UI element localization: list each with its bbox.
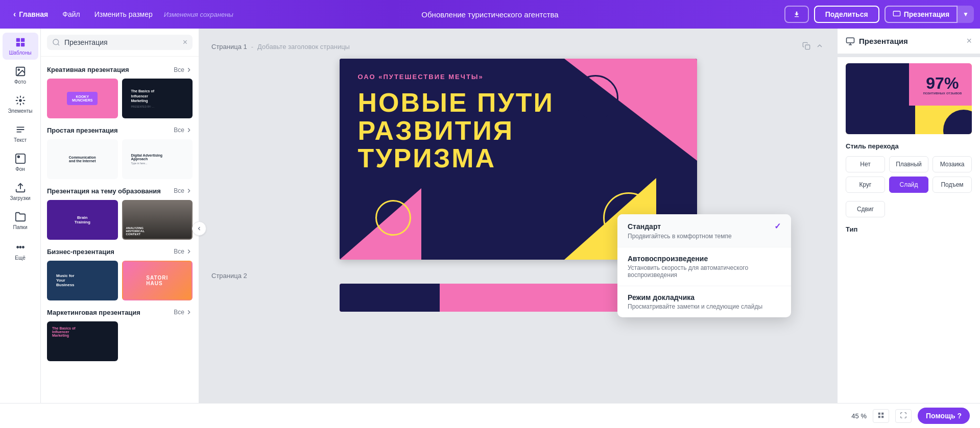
page1-label: Страница 1 <box>211 43 247 51</box>
template-card-music[interactable]: Music forYourBusiness <box>47 261 118 300</box>
simple-section-header: Простая презентация Все <box>47 127 193 134</box>
sidebar-item-templates[interactable]: Шаблоны <box>3 33 38 60</box>
svg-point-11 <box>53 39 59 45</box>
svg-point-6 <box>18 69 19 70</box>
sidebar-item-text[interactable]: Текст <box>3 120 38 147</box>
slide-thumbnail[interactable]: 97% позитивных отзывов <box>846 63 972 134</box>
digital-label: Digital AdvertisingApproach <box>131 154 184 161</box>
marketing-see-all[interactable]: Все <box>174 309 193 316</box>
photos-icon <box>15 66 26 77</box>
thumb-percent-group: 97% позитивных отзывов <box>923 74 962 95</box>
education-template-grid: BrainTraining ANALYZINGHISTORICALCONTEXT <box>47 200 193 240</box>
simple-see-all[interactable]: Все <box>174 127 193 134</box>
folders-icon <box>15 211 26 222</box>
search-input-wrap: × <box>47 35 193 50</box>
simple-template-grid: Communicationand the Internet Digital Ad… <box>47 139 193 179</box>
template-card-influencer[interactable]: The Basics ofInfluencerMarketing PRESENT… <box>122 79 193 118</box>
dropdown-item-presenter[interactable]: Режим докладчика Просматривайте заметки … <box>617 286 791 317</box>
collapse-icon <box>196 225 202 232</box>
education-see-all[interactable]: Все <box>174 187 193 194</box>
dropdown-item-standard[interactable]: Стандарт ✓ Продвигайтесь в комфортном те… <box>617 214 791 247</box>
template-card-kooky[interactable]: KOOKY MUNCHERS <box>47 79 118 118</box>
svg-rect-16 <box>878 416 880 418</box>
business-template-grid: Music forYourBusiness SATORIHAUS <box>47 261 193 300</box>
template-card-communication[interactable]: Communicationand the Internet <box>47 139 118 179</box>
uploads-icon <box>15 182 26 193</box>
template-card-brain[interactable]: BrainTraining <box>47 200 118 240</box>
chevron-right-icon2 <box>185 127 193 134</box>
sidebar-item-elements[interactable]: Элементы <box>3 91 38 118</box>
grid-icon <box>877 412 885 419</box>
bottom-bar: 45 % Помощь ? <box>0 403 980 428</box>
share-button[interactable]: Поделиться <box>814 6 879 23</box>
transition-circle[interactable]: Круг <box>846 177 885 193</box>
type-label: Тип <box>846 225 972 233</box>
transition-grid-row1: Нет Плавный Мозаика <box>846 156 972 172</box>
svg-rect-2 <box>20 38 24 42</box>
transition-slide[interactable]: Слайд <box>889 177 928 193</box>
elements-icon <box>15 95 26 106</box>
collapse-sidebar-button[interactable] <box>192 221 206 236</box>
file-menu[interactable]: Файл <box>55 6 87 22</box>
search-clear-button[interactable]: × <box>183 38 187 47</box>
transition-none[interactable]: Нет <box>846 156 885 172</box>
panel-title: Презентация <box>846 37 908 46</box>
page1-header: Страница 1 - Добавьте заголовок страницы <box>211 41 825 53</box>
sidebar-item-background[interactable]: Фон <box>3 149 38 176</box>
template-card-marketing1[interactable]: The Basics ofInfluencerMarketing <box>47 321 118 361</box>
sidebar-item-folders[interactable]: Папки <box>3 207 38 234</box>
communication-label: Communicationand the Internet <box>69 156 96 163</box>
sidebar-item-photos[interactable]: Фото <box>3 62 38 89</box>
transition-smooth[interactable]: Плавный <box>889 156 928 172</box>
svg-rect-13 <box>847 38 854 43</box>
copy-icon <box>802 42 810 50</box>
sidebar-item-more[interactable]: ••• Ещё <box>3 238 38 265</box>
dropdown-item-autoplay[interactable]: Автовоспроизведение Установить скорость … <box>617 247 791 286</box>
icon-sidebar: Шаблоны Фото Элементы Текст Фон Загрузки… <box>0 29 41 428</box>
grid-view-button[interactable] <box>873 409 889 423</box>
chevron-up-icon <box>816 42 824 50</box>
search-input[interactable] <box>64 38 179 46</box>
slide2-navy <box>340 284 440 312</box>
background-icon <box>15 153 26 164</box>
present-dropdown-arrow[interactable]: ▼ <box>958 6 974 23</box>
kooky-label: KOOKY MUNCHERS <box>67 92 98 105</box>
search-bar: × <box>41 29 199 57</box>
nav-right-actions: Поделиться Презентация ▼ <box>784 6 974 23</box>
presentation-panel-icon <box>846 37 855 46</box>
document-title: Обновление туристического агентства <box>421 10 558 19</box>
resize-button[interactable]: Изменить размер <box>87 6 160 22</box>
sidebar-item-uploads[interactable]: Загрузки <box>3 178 38 205</box>
page1-title-placeholder[interactable]: Добавьте заголовок страницы <box>257 43 350 51</box>
fullscreen-button[interactable] <box>895 409 912 423</box>
page-copy-button[interactable] <box>801 41 811 53</box>
svg-rect-0 <box>893 11 900 16</box>
creative-section-header: Креативная презентация Все <box>47 66 193 73</box>
business-see-all[interactable]: Все <box>174 248 193 255</box>
help-button[interactable]: Помощь ? <box>918 408 970 424</box>
slide1-subtitle: ОАО «ПУТЕШЕСТВИЕ МЕЧТЫ» <box>358 73 679 81</box>
type-dropdown: Стандарт ✓ Продвигайтесь в комфортном те… <box>617 214 791 317</box>
creative-see-all[interactable]: Все <box>174 66 193 73</box>
transition-grid-row2: Круг Слайд Подъем <box>846 177 972 193</box>
transition-rise[interactable]: Подъем <box>933 177 972 193</box>
transition-mosaic[interactable]: Мозаика <box>933 156 972 172</box>
influencer-label: The Basics ofInfluencerMarketing <box>131 89 184 104</box>
thumb-navy <box>846 63 915 134</box>
present-button[interactable]: Презентация <box>885 6 958 23</box>
template-card-analyzing[interactable]: ANALYZINGHISTORICALCONTEXT <box>122 200 193 240</box>
home-button[interactable]: ‹ Главная <box>6 6 55 23</box>
svg-rect-3 <box>16 43 19 46</box>
chevron-right-icon4 <box>185 248 193 255</box>
check-icon: ✓ <box>774 221 781 231</box>
zoom-level: 45 % <box>851 412 867 420</box>
download-button[interactable] <box>784 6 809 23</box>
transition-shift[interactable]: Сдвиг <box>846 201 885 217</box>
page-up-button[interactable] <box>815 41 825 53</box>
page1-controls <box>801 41 825 53</box>
svg-rect-17 <box>881 416 883 418</box>
template-card-satori[interactable]: SATORIHAUS <box>122 261 193 300</box>
template-card-digital[interactable]: Digital AdvertisingApproach Type in here… <box>122 139 193 179</box>
download-icon <box>793 10 801 18</box>
panel-close-button[interactable]: × <box>966 36 972 46</box>
